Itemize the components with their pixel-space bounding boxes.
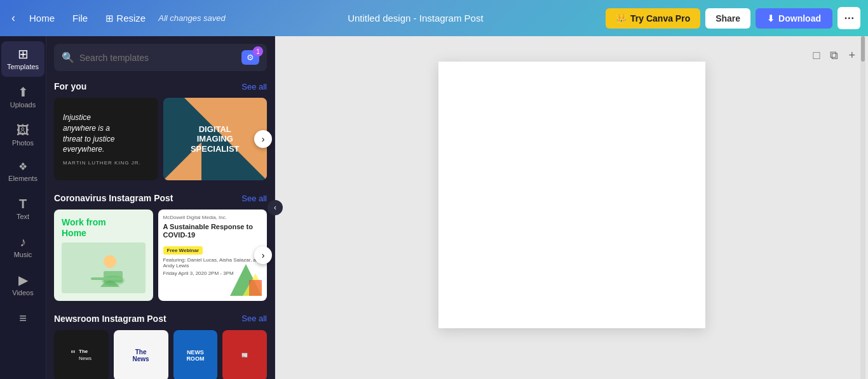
videos-icon: ▶	[18, 274, 28, 286]
text-icon: T	[19, 197, 27, 210]
sidebar-item-text[interactable]: T Text	[1, 191, 44, 227]
for-you-title: For you	[54, 81, 86, 91]
filter-button[interactable]: ⚙ 1	[241, 50, 259, 65]
newsroom-card-content: " The News	[71, 349, 92, 362]
canvas-tool-frame[interactable]: □	[811, 46, 823, 65]
sidebar-item-label: Templates	[7, 63, 39, 70]
sidebar-item-music[interactable]: ♪ Music	[1, 229, 44, 265]
template-card-digital[interactable]: DIGITAL IMAGING SPECIALIST	[163, 98, 268, 180]
download-label: Download	[778, 13, 821, 23]
for-you-template-grid: Injustice anywhere is a threat to justic…	[54, 98, 267, 180]
icon-sidebar: ⊞ Templates ⬆ Uploads 🖼 Photos ❖ Element…	[0, 36, 46, 379]
sidebar-item-more[interactable]: ≡	[1, 305, 44, 331]
for-you-section-header: For you See all	[54, 81, 267, 91]
coronavirus-next-button[interactable]: ›	[254, 246, 272, 264]
coronavirus-template-grid: Work from Home	[54, 209, 267, 301]
topbar: ‹ Home File ⊞ Resize All changes saved U…	[0, 0, 868, 36]
canvas-area: □ ⧉ +	[275, 36, 868, 379]
canvas-scrollbar[interactable]	[860, 36, 865, 379]
sidebar-item-templates[interactable]: ⊞ Templates	[1, 41, 44, 77]
sidebar-item-elements[interactable]: ❖ Elements	[1, 156, 44, 189]
newsroom-card4-text: 📰	[239, 350, 250, 361]
sidebar-item-videos[interactable]: ▶ Videos	[1, 267, 44, 303]
panel-collapse-button[interactable]: ‹	[268, 200, 283, 215]
newsroom-cards: " The News TheNews NEWSROOM 📰	[54, 330, 267, 379]
search-input[interactable]	[79, 53, 236, 63]
coronavirus-section-header: Coronavirus Instagram Post See all	[54, 193, 267, 203]
coronavirus-title: Coronavirus Instagram Post	[54, 193, 173, 203]
home-nav[interactable]: Home	[22, 8, 62, 29]
sidebar-item-label: Elements	[8, 175, 37, 182]
for-you-next-button[interactable]: ›	[254, 130, 272, 148]
topbar-right: 👑 Try Canva Pro Share ⬇ Download ⋯	[606, 7, 860, 29]
sidebar-item-uploads[interactable]: ⬆ Uploads	[1, 79, 44, 115]
newsroom-section-header: Newsroom Instagram Post See all	[54, 314, 267, 324]
newsroom-card2-text: TheNews	[133, 349, 149, 362]
newsroom-card3-text: NEWSROOM	[186, 349, 204, 362]
sidebar-item-label: Music	[14, 251, 32, 258]
more-options-button[interactable]: ⋯	[837, 7, 860, 29]
photos-icon: 🖼	[17, 124, 29, 136]
newsroom-see-all[interactable]: See all	[241, 314, 267, 323]
saved-status: All changes saved	[158, 13, 226, 23]
more-icon: ≡	[19, 312, 27, 324]
filter-badge: 1	[253, 46, 263, 57]
newsroom-text: The News	[79, 349, 92, 362]
canvas-toolbar: □ ⧉ +	[811, 46, 858, 65]
canvas-document	[438, 62, 705, 328]
main-content: ⊞ Templates ⬆ Uploads 🖼 Photos ❖ Element…	[0, 36, 868, 379]
sidebar-item-label: Photos	[12, 139, 34, 147]
canvas-tool-add[interactable]: +	[846, 46, 858, 65]
document-title: Untitled design - Instagram Post	[231, 13, 600, 23]
digital-line2: IMAGING	[191, 134, 240, 144]
filter-icon: ⚙	[247, 53, 254, 62]
templates-panel: 🔍 ⚙ 1 For you See all Injustice	[46, 36, 275, 379]
newsroom-card-3[interactable]: NEWSROOM	[173, 330, 218, 379]
file-nav[interactable]: File	[65, 8, 95, 29]
newsroom-card-4[interactable]: 📰	[222, 330, 267, 379]
for-you-see-all[interactable]: See all	[241, 82, 267, 91]
pro-icon: 👑	[616, 13, 627, 23]
music-icon: ♪	[20, 236, 26, 248]
download-button[interactable]: ⬇ Download	[756, 8, 832, 29]
sidebar-item-photos[interactable]: 🖼 Photos	[1, 117, 44, 153]
panel-container: 🔍 ⚙ 1 For you See all Injustice	[46, 36, 275, 379]
back-button[interactable]: ‹	[8, 8, 19, 29]
uploads-icon: ⬆	[18, 86, 29, 98]
resize-nav[interactable]: ⊞ Resize	[98, 8, 153, 29]
sidebar-item-label: Text	[17, 213, 29, 220]
digital-line3: SPECIALIST	[191, 144, 240, 154]
quote-icon: "	[71, 349, 75, 362]
template-card-covid[interactable]: McDowell Digital Media, Inc. A Sustainab…	[158, 209, 268, 301]
coronavirus-see-all[interactable]: See all	[241, 194, 267, 203]
newsroom-card-2[interactable]: TheNews	[114, 330, 168, 379]
digital-text: DIGITAL IMAGING SPECIALIST	[191, 124, 240, 154]
try-pro-label: Try Canva Pro	[630, 13, 690, 23]
resize-label: Resize	[116, 13, 146, 23]
newsroom-title: Newsroom Instagram Post	[54, 314, 166, 324]
elements-icon: ❖	[18, 162, 27, 172]
sidebar-item-label: Videos	[12, 289, 33, 296]
share-button[interactable]: Share	[705, 8, 750, 29]
try-pro-button[interactable]: 👑 Try Canva Pro	[606, 8, 700, 29]
search-icon: 🔍	[62, 51, 74, 63]
template-card-wfh[interactable]: Work from Home	[54, 209, 153, 301]
template-card-injustice[interactable]: Injustice anywhere is a threat to justic…	[54, 98, 158, 180]
topbar-left: ‹ Home File ⊞ Resize All changes saved	[8, 8, 226, 29]
templates-icon: ⊞	[18, 48, 29, 60]
resize-icon: ⊞	[105, 13, 114, 23]
search-bar[interactable]: 🔍 ⚙ 1	[54, 44, 267, 71]
canvas-tool-copy[interactable]: ⧉	[827, 46, 841, 65]
sidebar-item-label: Uploads	[10, 101, 36, 109]
digital-line1: DIGITAL	[191, 124, 240, 135]
download-icon: ⬇	[767, 13, 775, 23]
scrollbar-thumb	[861, 36, 865, 62]
newsroom-card-1[interactable]: " The News	[54, 330, 109, 379]
